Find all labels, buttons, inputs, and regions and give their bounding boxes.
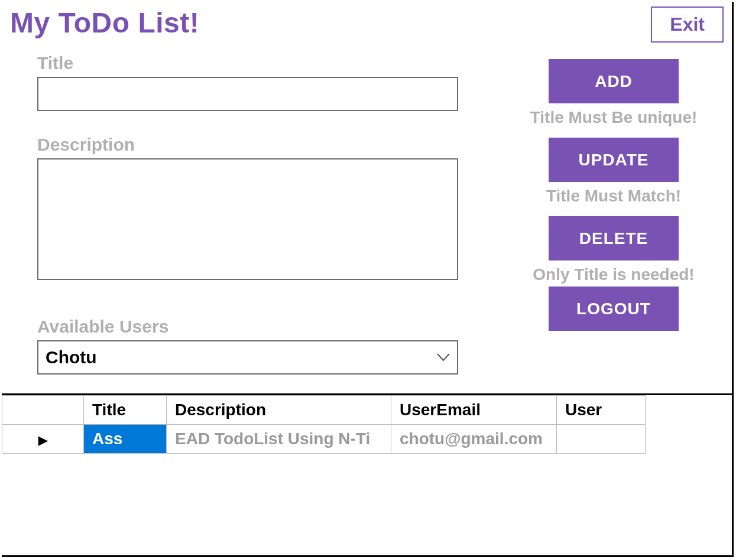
- cell-user[interactable]: [557, 425, 646, 454]
- form-column: Title Description Available Users Chotu: [37, 48, 463, 375]
- delete-hint: Only Title is needed!: [533, 265, 694, 284]
- main-area: Title Description Available Users Chotu …: [2, 43, 732, 375]
- grid-header-row: Title Description UserEmail User: [2, 396, 646, 425]
- delete-button[interactable]: DELETE: [549, 216, 679, 261]
- exit-button[interactable]: Exit: [651, 6, 724, 43]
- grid-col-title[interactable]: Title: [84, 396, 167, 425]
- app-title: My ToDo List!: [10, 6, 199, 39]
- description-input[interactable]: [37, 158, 458, 280]
- action-column: ADD Title Must Be unique! UPDATE Title M…: [510, 48, 717, 375]
- header-row: My ToDo List! Exit: [2, 2, 732, 43]
- grid-corner-header: [2, 396, 84, 425]
- row-indicator-cell[interactable]: ▶: [2, 425, 84, 454]
- table-row[interactable]: ▶ Ass EAD TodoList Using N-Ti chotu@gmai…: [2, 425, 646, 454]
- available-users-select[interactable]: Chotu: [37, 340, 458, 375]
- todo-datagrid[interactable]: Title Description UserEmail User ▶ Ass E…: [2, 395, 646, 454]
- title-label: Title: [37, 53, 463, 73]
- title-input[interactable]: [37, 77, 458, 111]
- description-label: Description: [37, 135, 463, 155]
- selected-user-value: Chotu: [46, 347, 97, 367]
- available-users-label: Available Users: [37, 317, 463, 337]
- logout-button[interactable]: LOGOUT: [549, 286, 679, 331]
- cell-description[interactable]: EAD TodoList Using N-Ti: [167, 425, 391, 454]
- update-button[interactable]: UPDATE: [549, 138, 679, 182]
- add-hint: Title Must Be unique!: [530, 108, 698, 127]
- cell-title[interactable]: Ass: [84, 425, 167, 454]
- grid-col-useremail[interactable]: UserEmail: [391, 396, 557, 425]
- add-button[interactable]: ADD: [549, 59, 679, 103]
- cell-useremail[interactable]: chotu@gmail.com: [391, 425, 557, 454]
- grid-col-description[interactable]: Description: [167, 396, 391, 425]
- current-row-indicator-icon: ▶: [38, 434, 47, 447]
- update-hint: Title Must Match!: [546, 187, 681, 206]
- chevron-down-icon: [437, 351, 450, 364]
- data-grid-area: Title Description UserEmail User ▶ Ass E…: [2, 393, 732, 454]
- app-window: My ToDo List! Exit Title Description Ava…: [2, 2, 734, 557]
- grid-col-user[interactable]: User: [557, 396, 646, 425]
